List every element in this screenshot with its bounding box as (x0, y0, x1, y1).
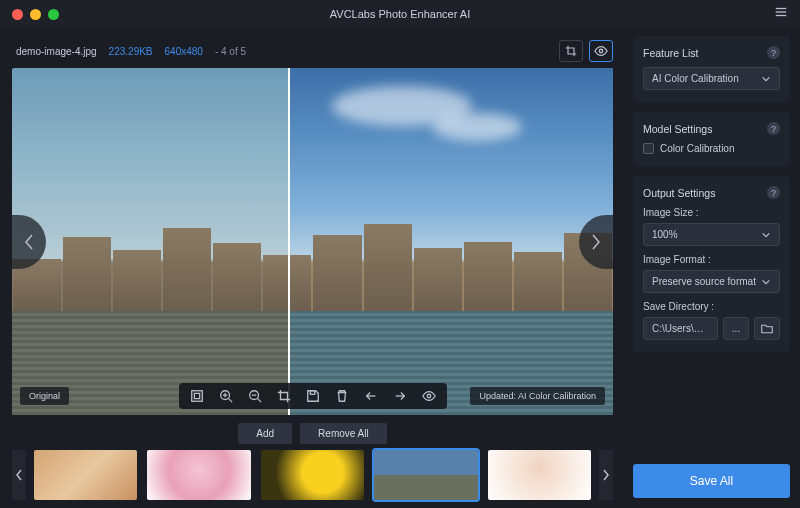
file-name: demo-image-4.jpg (16, 46, 97, 57)
image-size-value: 100% (652, 229, 678, 240)
model-settings-title: Model Settings (643, 123, 712, 135)
save-dir-field[interactable]: C:\Users\Nova (643, 317, 718, 340)
svg-point-3 (599, 49, 603, 53)
thumbnail-3[interactable] (261, 450, 364, 500)
thumb-scroll-left[interactable] (12, 450, 26, 500)
svg-line-11 (257, 399, 261, 403)
color-calibration-label: Color Calibration (660, 143, 734, 154)
save-all-button[interactable]: Save All (633, 464, 790, 498)
remove-all-button[interactable]: Remove All (300, 423, 387, 444)
save-icon[interactable] (303, 386, 323, 406)
image-format-label: Image Format : (643, 254, 780, 265)
open-folder-button[interactable] (754, 317, 780, 340)
browse-dots-button[interactable]: ... (723, 317, 749, 340)
file-index: - 4 of 5 (215, 46, 246, 57)
save-dir-value: C:\Users\Nova (652, 323, 709, 334)
svg-rect-5 (194, 393, 199, 398)
window-controls (0, 9, 59, 20)
feature-list-title: Feature List (643, 47, 698, 59)
delete-icon[interactable] (332, 386, 352, 406)
thumbnail-2[interactable] (147, 450, 250, 500)
redo-arrow-icon[interactable] (390, 386, 410, 406)
chevron-down-icon (761, 74, 771, 84)
output-settings-title: Output Settings (643, 187, 715, 199)
crop-icon[interactable] (274, 386, 294, 406)
image-size-label: Image Size : (643, 207, 780, 218)
feature-select[interactable]: AI Color Calibration (643, 67, 780, 90)
preview-toggle-button[interactable] (589, 40, 613, 62)
preview-area: Original Updated: AI Color Calibration (12, 68, 613, 415)
folder-icon (761, 323, 773, 335)
app-title: AVCLabs Photo Enhancer AI (330, 8, 470, 20)
feature-select-value: AI Color Calibration (652, 73, 739, 84)
crop-tool-button[interactable] (559, 40, 583, 62)
help-icon[interactable]: ? (767, 186, 780, 199)
title-bar: AVCLabs Photo Enhancer AI (0, 0, 800, 28)
model-settings-panel: Model Settings ? Color Calibration (633, 112, 790, 166)
svg-rect-4 (191, 391, 202, 402)
image-format-select[interactable]: Preserve source format (643, 270, 780, 293)
thumb-scroll-right[interactable] (599, 450, 613, 500)
save-dir-label: Save Directory : (643, 301, 780, 312)
comparison-slider[interactable] (288, 68, 290, 415)
file-size: 223.29KB (109, 46, 153, 57)
eye-icon[interactable] (419, 386, 439, 406)
feature-list-panel: Feature List ? AI Color Calibration (633, 36, 790, 102)
updated-label: Updated: AI Color Calibration (470, 387, 605, 405)
thumbnail-5[interactable] (488, 450, 591, 500)
output-settings-panel: Output Settings ? Image Size : 100% Imag… (633, 176, 790, 352)
thumbnail-4[interactable] (374, 450, 477, 500)
menu-icon[interactable] (774, 5, 788, 23)
help-icon[interactable]: ? (767, 46, 780, 59)
undo-arrow-icon[interactable] (361, 386, 381, 406)
file-info-bar: demo-image-4.jpg 223.29KB 640x480 - 4 of… (12, 38, 613, 68)
minimize-window-button[interactable] (30, 9, 41, 20)
svg-point-16 (427, 394, 431, 398)
original-label: Original (20, 387, 69, 405)
svg-line-7 (228, 399, 232, 403)
image-size-select[interactable]: 100% (643, 223, 780, 246)
color-calibration-checkbox[interactable] (643, 143, 654, 154)
chevron-down-icon (761, 230, 771, 240)
image-format-value: Preserve source format (652, 276, 756, 287)
preview-toolbar (179, 383, 447, 409)
close-window-button[interactable] (12, 9, 23, 20)
fit-screen-icon[interactable] (187, 386, 207, 406)
zoom-out-icon[interactable] (245, 386, 265, 406)
help-icon[interactable]: ? (767, 122, 780, 135)
add-button[interactable]: Add (238, 423, 292, 444)
file-dimensions: 640x480 (165, 46, 203, 57)
chevron-down-icon (761, 277, 771, 287)
zoom-in-icon[interactable] (216, 386, 236, 406)
svg-rect-13 (310, 391, 314, 395)
thumbnail-1[interactable] (34, 450, 137, 500)
maximize-window-button[interactable] (48, 9, 59, 20)
